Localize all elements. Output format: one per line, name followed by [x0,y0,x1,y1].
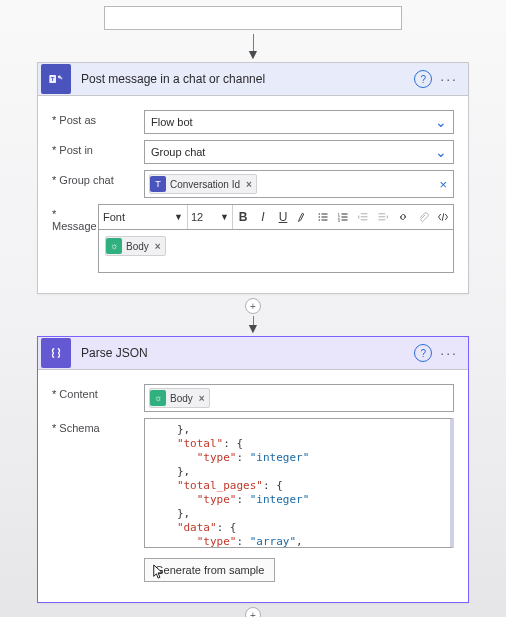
font-family-select[interactable]: Font▼ [99,205,188,229]
generate-from-sample-button[interactable]: Generate from sample [144,558,275,582]
format-painter-button[interactable] [293,205,313,229]
label-message: * Message [52,204,98,232]
svg-rect-20 [379,216,386,217]
message-input[interactable]: ☼ Body × [98,230,454,273]
card-header[interactable]: Parse JSON ? ··· [38,337,468,370]
code-view-button[interactable] [433,205,453,229]
svg-point-8 [319,219,321,221]
remove-token-icon[interactable]: × [155,241,161,252]
svg-text:T: T [51,76,55,82]
bullet-list-button[interactable] [313,205,333,229]
rte-toolbar: Font▼ 12▼ B I U [98,204,454,230]
attach-button[interactable] [413,205,433,229]
number-list-button[interactable]: 123 [333,205,353,229]
chevron-down-icon: ⌄ [435,144,447,160]
bulb-icon: ☼ [106,238,122,254]
clear-icon[interactable]: × [439,177,447,192]
svg-point-4 [319,213,321,215]
svg-rect-7 [322,216,328,217]
svg-rect-16 [361,213,368,214]
svg-rect-21 [379,219,386,220]
content-input[interactable]: ☼ Body × [144,384,454,412]
help-icon[interactable]: ? [414,344,432,362]
svg-point-3 [60,77,62,79]
remove-token-icon[interactable]: × [199,393,205,404]
teams-icon: T [150,176,166,192]
previous-action-field[interactable] [104,6,402,30]
token-conversation-id[interactable]: T Conversation Id × [149,174,257,194]
connector-arrow: ▼ [0,34,506,58]
data-ops-icon [41,338,71,368]
add-step-button[interactable]: + [245,607,261,617]
bold-button[interactable]: B [233,205,253,229]
italic-button[interactable]: I [253,205,273,229]
label-schema: * Schema [52,418,144,434]
more-icon[interactable]: ··· [440,71,458,87]
token-body[interactable]: ☼ Body × [105,236,166,256]
svg-rect-13 [342,216,348,217]
help-icon[interactable]: ? [414,70,432,88]
action-card-parse-json: Parse JSON ? ··· * Content ☼ Body × [37,336,469,603]
card-header[interactable]: T Post message in a chat or channel ? ··… [38,63,468,96]
label-content: * Content [52,384,144,400]
svg-point-6 [319,216,321,218]
svg-rect-17 [361,216,368,217]
remove-token-icon[interactable]: × [246,179,252,190]
more-icon[interactable]: ··· [440,345,458,361]
svg-rect-5 [322,213,328,214]
add-step-button[interactable]: + [245,298,261,314]
indent-button[interactable] [373,205,393,229]
outdent-button[interactable] [353,205,373,229]
card-title: Parse JSON [81,346,148,360]
schema-editor[interactable]: }, "total": { "type": "integer" }, "tota… [144,418,454,548]
svg-text:3: 3 [338,219,340,223]
svg-rect-18 [361,219,368,220]
teams-icon: T [41,64,71,94]
font-size-select[interactable]: 12▼ [188,205,233,229]
hyperlink-button[interactable] [393,205,413,229]
label-post-in: * Post in [52,140,144,156]
connector-arrow: ▼ [0,316,506,332]
label-post-as: * Post as [52,110,144,126]
svg-rect-19 [379,213,386,214]
action-card-post-message: T Post message in a chat or channel ? ··… [37,62,469,294]
bulb-icon: ☼ [150,390,166,406]
underline-button[interactable]: U [273,205,293,229]
svg-rect-15 [342,219,348,220]
post-in-select[interactable]: Group chat ⌄ [144,140,454,164]
svg-rect-9 [322,219,328,220]
post-as-select[interactable]: Flow bot ⌄ [144,110,454,134]
chevron-down-icon: ⌄ [435,114,447,130]
token-body[interactable]: ☼ Body × [149,388,210,408]
label-group-chat: * Group chat [52,170,144,186]
card-title: Post message in a chat or channel [81,72,265,86]
group-chat-input[interactable]: T Conversation Id × × [144,170,454,198]
svg-rect-11 [342,213,348,214]
